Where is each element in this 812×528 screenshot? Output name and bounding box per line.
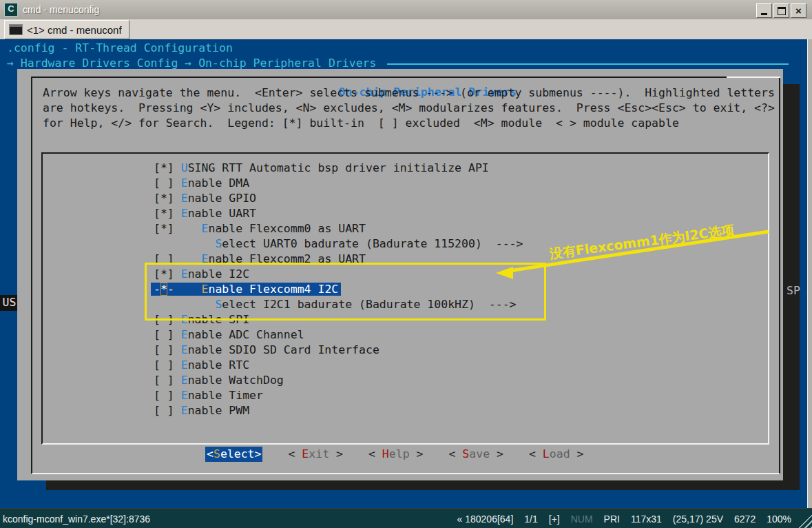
tab-cmd-menuconfig[interactable]: <1> cmd - menuconf [4, 20, 129, 39]
menu-item[interactable]: [ ] Enable WatchDog [154, 373, 523, 388]
terminal-area: .config - RT-Thread Configuration → Hard… [0, 39, 807, 508]
maximize-icon [778, 7, 786, 15]
window-title: cmd - menuconfig [23, 4, 99, 15]
status-segment: « 180206[64] [457, 514, 514, 525]
tab-label: <1> cmd - menuconf [27, 24, 122, 36]
select-button[interactable]: <Select> [205, 447, 262, 462]
config-header: .config - RT-Thread Configuration [7, 41, 233, 56]
dialog-instructions: Arrow keys navigate the menu. <Enter> se… [43, 85, 775, 131]
help-button[interactable]: < Help > [368, 447, 424, 462]
menu-item[interactable]: [*] Enable GPIO [154, 191, 523, 206]
status-process: kconfig-mconf_win7.exe*[32]:8736 [0, 514, 150, 525]
dialog-buttons: <Select>< Exit >< Help >< Save >< Load > [205, 447, 583, 462]
menu-item[interactable]: [ ] Enable PWM [154, 403, 523, 418]
title-bar: C cmd - menuconfig × [0, 0, 812, 19]
app-icon: C [4, 3, 18, 17]
menu-item[interactable]: [*] Enable UART [154, 206, 523, 221]
status-segment: 100% [767, 514, 791, 525]
menu-item[interactable]: [*] Enable Flexcomm0 as UART [154, 221, 523, 236]
load-button[interactable]: < Load > [529, 447, 584, 462]
status-segment: 1/1 [524, 514, 537, 525]
status-segment: [+] [549, 514, 560, 525]
menu-item[interactable]: [ ] Enable SDIO SD Card Interface [154, 343, 523, 358]
save-button[interactable]: < Save > [448, 447, 503, 462]
menu-item[interactable]: [ ] Enable Timer [154, 388, 523, 403]
minimize-button[interactable] [756, 3, 772, 18]
menu-item[interactable]: [ ] Enable DMA [154, 176, 523, 191]
breadcrumb-rule [387, 63, 789, 65]
menu-item[interactable]: [ ] Enable RTC [154, 358, 523, 373]
instruction-line: are hotkeys. Pressing <Y> includes, <N> … [43, 101, 775, 116]
minimize-icon [761, 13, 767, 15]
status-segment: (25,17) 25V [673, 514, 723, 525]
console-icon [9, 24, 23, 35]
close-button[interactable]: × [791, 3, 806, 18]
menu-item[interactable]: Select UART0 badurate (Badurate 115200) … [154, 236, 523, 252]
annotation-rectangle [145, 263, 546, 321]
status-right-group: « 180206[64]1/1[+]NUMPRI117x31(25,17) 25… [457, 514, 812, 525]
instruction-line: Arrow keys navigate the menu. <Enter> se… [43, 85, 775, 101]
window-right-border [807, 39, 812, 508]
menu-item[interactable]: [*] USING RTT Automatic bsp driver initi… [154, 161, 523, 176]
background-text-fragment-left: US [0, 295, 19, 311]
status-segment: 117x31 [631, 514, 662, 525]
tab-bar: <1> cmd - menuconf + 1 [0, 19, 812, 39]
exit-button[interactable]: < Exit > [288, 447, 343, 462]
annotation-arrowhead-icon [496, 267, 513, 279]
status-segment: NUM [571, 514, 593, 525]
status-bar: kconfig-mconf_win7.exe*[32]:8736 « 18020… [0, 508, 812, 528]
maximize-button[interactable] [773, 3, 789, 18]
background-text-fragment-right: SP [787, 283, 800, 298]
close-icon: × [795, 6, 802, 16]
menu-item[interactable]: [ ] Enable ADC Channel [154, 327, 523, 343]
status-segment: PRI [604, 514, 620, 525]
dialog-shadow-bottom [46, 480, 800, 490]
status-segment: 6272 [734, 514, 756, 525]
instruction-line: for Help, </> for Search. Legend: [*] bu… [43, 116, 775, 131]
